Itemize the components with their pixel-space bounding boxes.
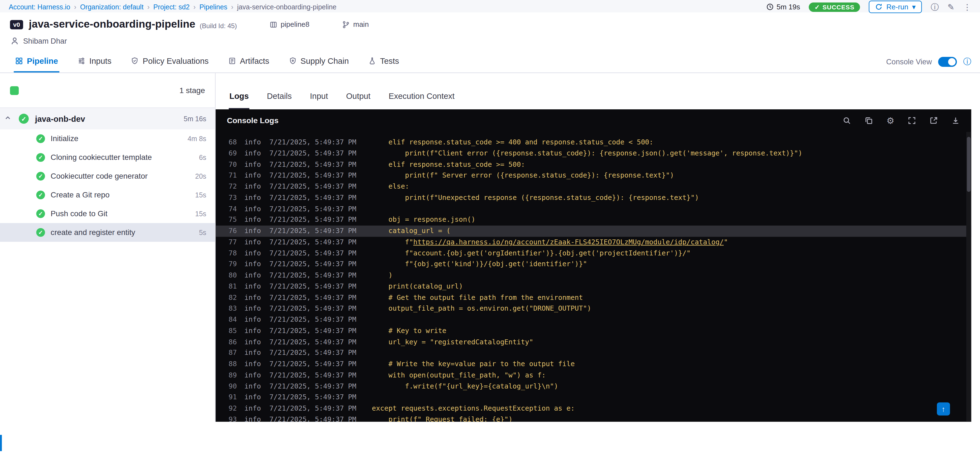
tab-policy-evaluations[interactable]: Policy Evaluations [130,51,210,72]
log-line-number[interactable]: 93 [223,414,237,422]
console-title: Console Logs [227,116,278,125]
log-line-number[interactable]: 92 [223,403,237,414]
log-settings-gear-icon[interactable]: ⚙ [887,116,894,125]
log-timestamp: 7/21/2025, 5:49:37 PM [269,392,362,403]
log-text-segment: else: [372,183,409,190]
console-view-toggle[interactable] [938,57,957,67]
log-line-number[interactable]: 88 [223,359,237,370]
log-text: print(catalog_url) [372,281,463,292]
breadcrumb-account[interactable]: Account: Harness.io [9,3,70,11]
log-text-segment: # Key to write [372,327,446,335]
log-text: # Key to write [372,325,446,336]
log-line: 82info7/21/2025, 5:49:37 PM # Get the ou… [216,292,971,303]
log-line-number[interactable]: 80 [223,270,237,281]
tab-artifacts[interactable]: Artifacts [227,51,270,72]
log-timestamp: 7/21/2025, 5:49:37 PM [269,303,362,314]
log-line-number[interactable]: 77 [223,236,237,248]
left-nav-handle[interactable] [0,435,2,451]
fullscreen-icon[interactable] [908,116,916,125]
tab-logs[interactable]: Logs [229,91,250,110]
breadcrumb-pipelines[interactable]: Pipelines [199,3,228,11]
console-header: Console Logs ⚙ [216,110,971,132]
log-text-segment: print(f" Request failed: {e}") [372,415,513,422]
log-line: 71info7/21/2025, 5:49:37 PM print(f" Ser… [216,170,971,181]
breadcrumb-project[interactable]: Project: sd2 [153,3,189,11]
top-status-bar: Account: Harness.io › Organization: defa… [0,0,980,13]
log-text: print(f" Server error ({response.status_… [372,170,674,181]
open-in-new-icon[interactable] [929,116,938,125]
log-scrollbar-thumb[interactable] [967,137,970,192]
log-line-number[interactable]: 71 [223,170,237,181]
log-line-number[interactable]: 89 [223,370,237,381]
log-level: info [245,181,263,192]
log-line-number[interactable]: 75 [223,214,237,225]
log-line-number[interactable]: 72 [223,181,237,192]
log-text: f"https://qa.harness.io/ng/account/zEaak… [372,236,728,248]
chevron-up-icon[interactable] [5,114,11,121]
step-row[interactable]: ✓ Push code to Git 15s [0,204,215,223]
log-line-number[interactable]: 82 [223,292,237,303]
log-line-number[interactable]: 85 [223,325,237,336]
log-text-segment: obj = response.json() [372,216,476,224]
copy-logs-icon[interactable] [865,116,873,125]
branch-label[interactable]: main [342,21,369,29]
log-line-number[interactable]: 87 [223,348,237,359]
log-body: 68info7/21/2025, 5:49:37 PM elif respons… [216,137,971,422]
log-line-number[interactable]: 86 [223,336,237,348]
step-row[interactable]: ✓ Create a Git repo 15s [0,186,215,204]
pipeline-tag[interactable]: pipeline8 [269,21,309,29]
log-line-number[interactable]: 81 [223,281,237,292]
edit-pipeline-icon[interactable]: ✎ [948,3,955,11]
breadcrumb-organization[interactable]: Organization: default [80,3,144,11]
log-line-number[interactable]: 90 [223,381,237,392]
tab-tests[interactable]: Tests [367,51,400,72]
tab-execution-context[interactable]: Execution Context [388,91,455,110]
step-detail-panel: Logs Details Input Output Execution Cont… [216,73,980,422]
log-text: url_key = "registeredCatalogEntity" [372,336,533,348]
step-success-icon: ✓ [36,228,45,237]
tab-output[interactable]: Output [345,91,371,110]
console-view-info-icon[interactable]: ⓘ [963,56,971,67]
log-line-number[interactable]: 83 [223,303,237,314]
step-row[interactable]: ✓ Initialize 4m 8s [0,129,215,148]
tab-pipeline[interactable]: Pipeline [14,51,59,72]
log-text-segment: f" [372,238,413,246]
log-line-number[interactable]: 79 [223,259,237,270]
log-line-number[interactable]: 69 [223,148,237,159]
scroll-to-top-button[interactable]: ↑ [937,402,950,416]
log-text-segment: catalog_url = ( [372,227,450,235]
log-line-number[interactable]: 91 [223,392,237,403]
stage-count-label: 1 stage [179,86,205,95]
log-line-number[interactable]: 73 [223,192,237,203]
log-line-number[interactable]: 70 [223,159,237,170]
log-line-number[interactable]: 84 [223,314,237,325]
step-row[interactable]: ✓ Cookiecutter code generator 20s [0,167,215,186]
rerun-button[interactable]: Re-run ▾ [869,0,922,13]
step-detail-tabs: Logs Details Input Output Execution Cont… [216,73,971,110]
pipeline-execution-screen: Account: Harness.io › Organization: defa… [0,0,980,465]
tab-supply-chain[interactable]: Supply Chain [287,51,350,72]
download-logs-icon[interactable] [951,116,960,125]
more-options-icon[interactable]: ⋮ [963,3,971,11]
step-row[interactable]: ✓ Cloning cookiecutter template 6s [0,148,215,167]
log-level: info [245,314,263,325]
log-line-number[interactable]: 74 [223,203,237,214]
tab-input[interactable]: Input [309,91,329,110]
tab-inputs[interactable]: Inputs [76,51,113,72]
log-timestamp: 7/21/2025, 5:49:37 PM [269,292,362,303]
log-scroll-area[interactable]: 68info7/21/2025, 5:49:37 PM elif respons… [216,132,971,422]
log-level: info [245,392,263,403]
log-text: f"{obj.get('kind')}/{obj.get('identifier… [372,259,587,270]
log-link[interactable]: https://qa.harness.io/ng/account/zEaak-F… [413,238,724,246]
search-icon[interactable] [843,116,851,125]
step-row[interactable]: ✓ create and register entity 5s [0,223,215,242]
step-label: Cookiecutter code generator [51,172,148,181]
stage-row-java-onb-dev[interactable]: ✓ java-onb-dev 5m 16s [0,108,215,129]
step-success-icon: ✓ [36,134,45,143]
info-icon[interactable]: ⓘ [931,3,939,11]
log-line-number[interactable]: 76 [223,225,237,236]
log-timestamp: 7/21/2025, 5:49:37 PM [269,248,362,259]
log-line-number[interactable]: 78 [223,248,237,259]
log-line-number[interactable]: 68 [223,137,237,148]
tab-details[interactable]: Details [266,91,292,110]
